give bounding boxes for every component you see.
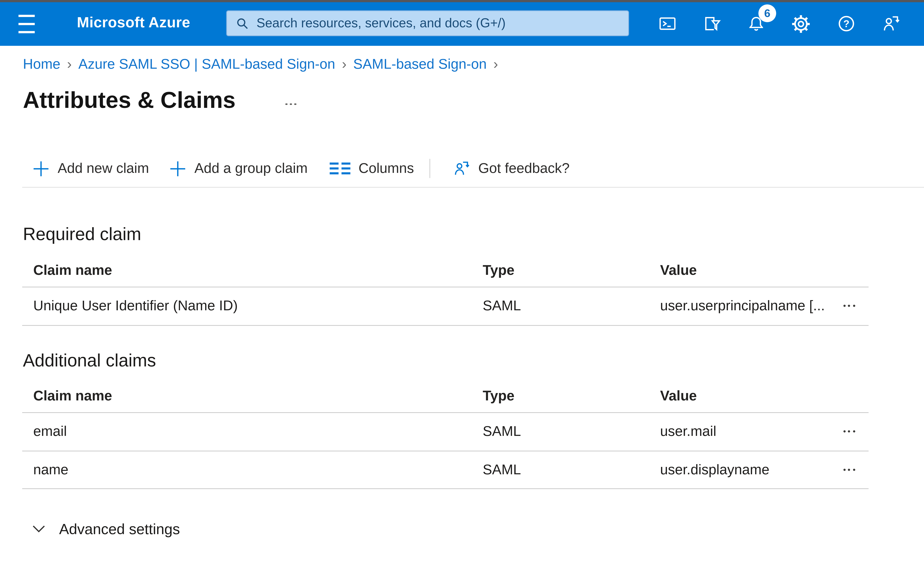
breadcrumb-separator: ›	[342, 56, 346, 72]
global-search[interactable]	[226, 10, 629, 36]
additional-claims-heading: Additional claims	[23, 350, 156, 371]
advanced-settings-toggle[interactable]: Advanced settings	[33, 518, 180, 539]
search-icon	[236, 16, 249, 30]
plus-icon	[169, 160, 186, 177]
cell-value: user.displayname	[660, 462, 869, 478]
columns-label: Columns	[358, 160, 414, 176]
column-header-value: Value	[660, 388, 869, 404]
breadcrumb-saml-signon[interactable]: SAML-based Sign-on	[353, 56, 487, 72]
breadcrumb-separator: ›	[493, 56, 498, 72]
cell-claim-name: email	[33, 423, 483, 440]
cell-claim-name: Unique User Identifier (Name ID)	[33, 298, 483, 314]
settings-gear-icon[interactable]	[790, 13, 811, 34]
column-header-claim-name: Claim name	[33, 262, 483, 278]
add-new-claim-button[interactable]: Add new claim	[33, 155, 149, 182]
breadcrumb: Home › Azure SAML SSO | SAML-based Sign-…	[23, 56, 498, 72]
add-group-claim-button[interactable]: Add a group claim	[169, 155, 308, 182]
notification-badge: 6	[758, 5, 776, 22]
row-menu-icon[interactable]	[840, 464, 858, 475]
search-input[interactable]	[256, 15, 619, 31]
breadcrumb-home[interactable]: Home	[23, 56, 60, 72]
title-context-menu-icon[interactable]	[285, 99, 305, 109]
toolbar-separator	[429, 159, 430, 178]
breadcrumb-saml-sso[interactable]: Azure SAML SSO | SAML-based Sign-on	[78, 56, 335, 72]
feedback-icon	[452, 160, 470, 177]
required-claim-table: Claim name Type Value Unique User Identi…	[22, 254, 869, 326]
feedback-icon[interactable]	[880, 13, 901, 34]
add-new-claim-label: Add new claim	[58, 160, 149, 176]
row-menu-icon[interactable]	[840, 301, 858, 312]
help-icon[interactable]: ?	[836, 13, 857, 34]
cell-value: user.mail	[660, 423, 869, 440]
cell-type: SAML	[483, 462, 660, 478]
svg-text:?: ?	[843, 18, 849, 29]
table-header-row: Claim name Type Value	[22, 380, 869, 413]
cell-value: user.userprincipalname [...	[660, 298, 869, 314]
notifications-bell-icon[interactable]: 6	[746, 13, 767, 34]
table-row[interactable]: email SAML user.mail	[22, 413, 869, 451]
additional-claims-table: Claim name Type Value email SAML user.ma…	[22, 380, 869, 489]
brand-title: Microsoft Azure	[77, 14, 190, 31]
directory-filter-icon[interactable]	[701, 13, 722, 34]
column-header-type: Type	[483, 262, 660, 278]
hamburger-icon[interactable]	[18, 15, 35, 33]
cell-claim-name: name	[33, 462, 483, 478]
cell-type: SAML	[483, 423, 660, 440]
azure-portal-window: Microsoft Azure	[0, 0, 924, 584]
got-feedback-label: Got feedback?	[478, 160, 569, 176]
command-bar: Add new claim Add a group claim Columns	[0, 155, 924, 182]
row-menu-icon[interactable]	[840, 426, 858, 438]
got-feedback-button[interactable]: Got feedback?	[452, 155, 569, 182]
column-header-claim-name: Claim name	[33, 388, 483, 404]
cell-type: SAML	[483, 298, 660, 314]
columns-button[interactable]: Columns	[330, 155, 414, 182]
table-header-row: Claim name Type Value	[22, 254, 869, 287]
azure-top-bar: Microsoft Azure	[0, 2, 924, 46]
columns-icon	[330, 162, 350, 175]
required-claim-heading: Required claim	[23, 224, 141, 245]
chevron-down-icon	[33, 525, 45, 533]
breadcrumb-separator: ›	[67, 56, 72, 72]
cloud-shell-icon[interactable]	[657, 13, 678, 34]
add-group-claim-label: Add a group claim	[195, 160, 308, 176]
table-row[interactable]: Unique User Identifier (Name ID) SAML us…	[22, 287, 869, 326]
column-header-type: Type	[483, 388, 660, 404]
toolbar-divider	[22, 187, 924, 188]
page-title: Attributes & Claims	[23, 87, 236, 114]
advanced-settings-label: Advanced settings	[59, 520, 180, 538]
column-header-value: Value	[660, 262, 869, 278]
plus-icon	[33, 160, 50, 177]
window-top-strip	[0, 0, 924, 2]
table-row[interactable]: name SAML user.displayname	[22, 451, 869, 489]
